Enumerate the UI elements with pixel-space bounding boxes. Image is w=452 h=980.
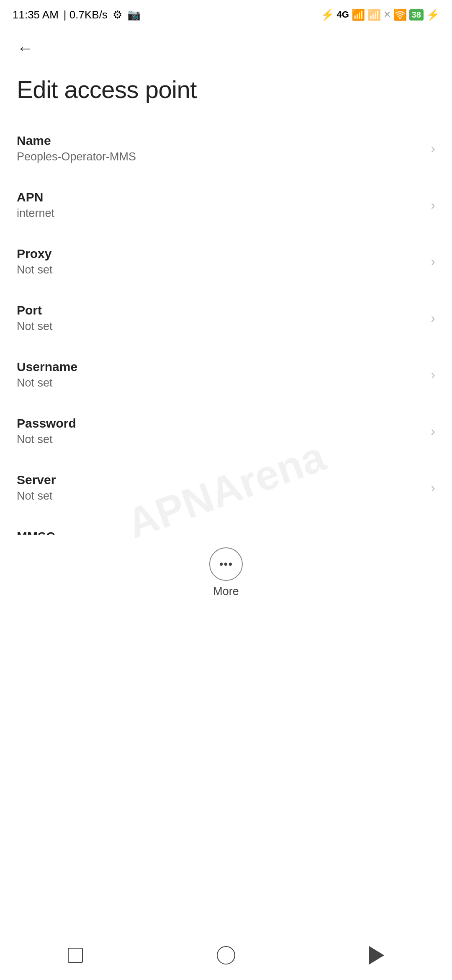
settings-item-title-username: Username: [17, 360, 422, 374]
settings-item-server[interactable]: Server Not set ›: [0, 459, 452, 516]
more-section: ••• More: [0, 535, 452, 606]
settings-item-content-server: Server Not set: [17, 473, 422, 503]
settings-list: Name Peoples-Operator-MMS › APN internet…: [0, 120, 452, 535]
back-nav-icon: [369, 946, 384, 965]
chevron-right-icon-server: ›: [431, 480, 435, 495]
settings-item-content-mmsc: MMSC http://10.16.18.4:38090/was: [17, 529, 422, 535]
more-dots-icon: •••: [219, 557, 233, 571]
settings-item-content-port: Port Not set: [17, 303, 422, 333]
settings-item-title-name: Name: [17, 134, 422, 148]
home-button[interactable]: [201, 939, 251, 972]
settings-item-port[interactable]: Port Not set ›: [0, 290, 452, 346]
status-bar: 11:35 AM | 0.7KB/s ⚙ 📷 ⚡ 4G 📶 📶 ✕ 🛜 38 ⚡: [0, 0, 452, 29]
chevron-right-icon-port: ›: [431, 310, 435, 326]
settings-item-content-apn: APN internet: [17, 190, 422, 220]
home-icon: [217, 946, 235, 965]
camera-icon: 📷: [127, 8, 141, 21]
settings-item-title-mmsc: MMSC: [17, 529, 422, 535]
settings-item-title-server: Server: [17, 473, 422, 487]
signal-bar-2: 📶: [367, 8, 381, 21]
status-bar-left: 11:35 AM | 0.7KB/s ⚙ 📷: [13, 8, 141, 21]
network-4g-icon: 4G: [336, 9, 349, 20]
back-arrow-icon: ←: [17, 39, 33, 58]
nav-bar: [0, 930, 452, 980]
charging-icon: ⚡: [426, 8, 439, 21]
settings-item-title-proxy: Proxy: [17, 247, 422, 261]
signal-bar-1: 📶: [352, 8, 365, 21]
chevron-right-icon-proxy: ›: [431, 254, 435, 269]
settings-item-apn[interactable]: APN internet ›: [0, 177, 452, 233]
settings-item-value-port: Not set: [17, 320, 422, 333]
settings-item-value-proxy: Not set: [17, 263, 422, 276]
settings-item-content-name: Name Peoples-Operator-MMS: [17, 134, 422, 163]
status-bar-right: ⚡ 4G 📶 📶 ✕ 🛜 38 ⚡: [321, 8, 439, 21]
settings-item-title-password: Password: [17, 416, 422, 431]
settings-item-proxy[interactable]: Proxy Not set ›: [0, 233, 452, 290]
more-button[interactable]: •••: [209, 547, 243, 581]
back-button[interactable]: ←: [13, 36, 38, 61]
recent-apps-icon: [68, 948, 83, 963]
chevron-right-icon-apn: ›: [431, 197, 435, 213]
top-nav: ←: [0, 29, 452, 67]
chevron-right-icon-username: ›: [431, 367, 435, 382]
time-display: 11:35 AM: [13, 8, 59, 21]
settings-icon: ⚙: [113, 8, 122, 21]
settings-item-value-name: Peoples-Operator-MMS: [17, 150, 422, 163]
settings-item-password[interactable]: Password Not set ›: [0, 403, 452, 459]
chevron-right-icon-name: ›: [431, 141, 435, 156]
settings-item-title-apn: APN: [17, 190, 422, 204]
settings-item-value-server: Not set: [17, 490, 422, 503]
settings-item-username[interactable]: Username Not set ›: [0, 346, 452, 403]
settings-item-title-port: Port: [17, 303, 422, 317]
wifi-icon: 🛜: [393, 8, 407, 21]
settings-item-value-password: Not set: [17, 433, 422, 446]
settings-item-content-username: Username Not set: [17, 360, 422, 389]
no-signal-icon: ✕: [383, 9, 391, 20]
speed-display: | 0.7KB/s: [64, 8, 108, 21]
chevron-right-icon-password: ›: [431, 423, 435, 439]
bluetooth-icon: ⚡: [321, 8, 334, 21]
recent-apps-button[interactable]: [50, 939, 100, 972]
settings-item-content-password: Password Not set: [17, 416, 422, 446]
more-label: More: [213, 585, 239, 598]
settings-item-mmsc[interactable]: MMSC http://10.16.18.4:38090/was ›: [0, 516, 452, 535]
page-title: Edit access point: [0, 67, 452, 120]
settings-item-value-username: Not set: [17, 377, 422, 389]
back-nav-button[interactable]: [352, 939, 402, 972]
settings-item-name[interactable]: Name Peoples-Operator-MMS ›: [0, 120, 452, 177]
settings-item-value-apn: internet: [17, 207, 422, 220]
battery-indicator: 38: [409, 9, 424, 21]
settings-item-content-proxy: Proxy Not set: [17, 247, 422, 276]
